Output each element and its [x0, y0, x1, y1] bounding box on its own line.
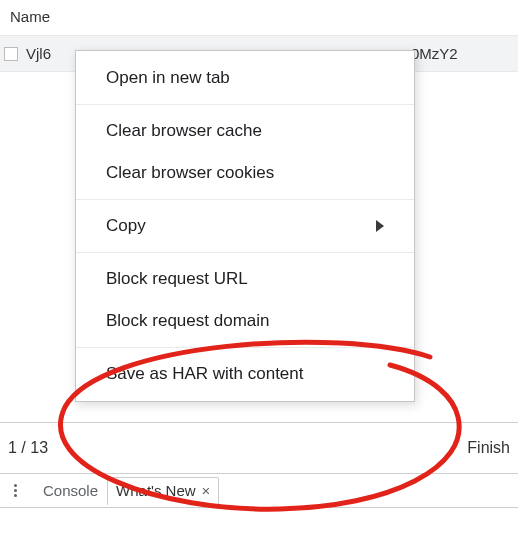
tab-console-label: Console [43, 482, 98, 499]
menu-clear-browser-cache[interactable]: Clear browser cache [76, 110, 414, 152]
menu-copy[interactable]: Copy [76, 205, 414, 247]
menu-divider [76, 347, 414, 348]
menu-clear-browser-cookies[interactable]: Clear browser cookies [76, 152, 414, 194]
network-context-menu: Open in new tab Clear browser cache Clea… [75, 50, 415, 402]
menu-item-label: Save as HAR with content [106, 364, 303, 384]
menu-divider [76, 199, 414, 200]
menu-item-label: Clear browser cache [106, 121, 262, 141]
menu-divider [76, 104, 414, 105]
menu-item-label: Clear browser cookies [106, 163, 274, 183]
status-request-count: 1 / 13 [8, 439, 48, 457]
menu-item-label: Block request URL [106, 269, 248, 289]
tab-whats-new-label: What's New [116, 482, 196, 499]
menu-save-as-har[interactable]: Save as HAR with content [76, 353, 414, 395]
menu-block-request-url[interactable]: Block request URL [76, 258, 414, 300]
menu-item-label: Copy [106, 216, 146, 236]
request-row-checkbox[interactable] [4, 47, 18, 61]
menu-block-request-domain[interactable]: Block request domain [76, 300, 414, 342]
drawer-tabs: Console What's New × [0, 474, 518, 508]
submenu-arrow-icon [376, 220, 384, 232]
menu-item-label: Open in new tab [106, 68, 230, 88]
status-finish-label: Finish [467, 439, 510, 457]
network-column-header-name[interactable]: Name [0, 0, 518, 36]
more-tools-menu-icon[interactable] [6, 481, 24, 501]
network-status-bar: 1 / 13 Finish [0, 422, 518, 474]
menu-open-in-new-tab[interactable]: Open in new tab [76, 57, 414, 99]
close-icon[interactable]: × [202, 482, 211, 499]
tab-console[interactable]: Console [34, 477, 107, 505]
tab-whats-new[interactable]: What's New × [107, 477, 219, 505]
menu-item-label: Block request domain [106, 311, 269, 331]
menu-divider [76, 252, 414, 253]
